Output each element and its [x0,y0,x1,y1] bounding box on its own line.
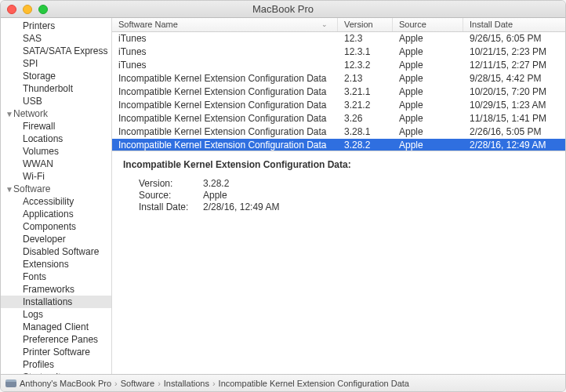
sidebar-group-label: Software [13,183,50,194]
detail-label-source: Source: [139,190,203,201]
cell-name: Incompatible Kernel Extension Configurat… [112,73,338,84]
cell-name: Incompatible Kernel Extension Configurat… [112,113,338,124]
chevron-right-icon: › [114,379,118,388]
sidebar-item[interactable]: Frameworks [1,283,111,296]
sidebar-item[interactable]: Volumes [1,145,111,158]
sidebar-item[interactable]: Applications [1,208,111,220]
column-header-version[interactable]: Version [338,18,393,31]
sidebar[interactable]: PrintersSASSATA/SATA ExpressSPIStorageTh… [1,18,112,374]
sidebar-item[interactable]: SAS [1,32,111,45]
cell-name: iTunes [112,33,338,44]
pathbar-segment[interactable]: Anthony's MacBook Pro [20,379,111,388]
sidebar-item[interactable]: Logs [1,308,111,321]
cell-date: 2/26/16, 5:05 PM [463,126,565,137]
cell-version: 12.3.2 [338,60,393,71]
table-row[interactable]: Incompatible Kernel Extension Configurat… [112,139,565,151]
chevron-right-icon: › [158,379,161,388]
detail-label-install-date: Install Date: [139,201,203,212]
cell-version: 3.28.2 [338,140,393,151]
sidebar-item[interactable]: Managed Client [1,321,111,333]
cell-name: iTunes [112,60,338,71]
laptop-icon [5,379,16,387]
sidebar-item[interactable]: Printers [1,20,111,32]
cell-date: 2/28/16, 12:49 AM [463,140,565,151]
cell-name: Incompatible Kernel Extension Configurat… [112,140,338,151]
sidebar-item[interactable]: Installations [1,296,111,308]
cell-name: Incompatible Kernel Extension Configurat… [112,126,338,137]
detail-title: Incompatible Kernel Extension Configurat… [123,159,554,170]
sidebar-item[interactable]: Storage [1,70,111,82]
detail-value-source: Apple [203,190,554,201]
pathbar-segment[interactable]: Software [121,379,154,388]
cell-date: 9/26/15, 6:05 PM [463,33,565,44]
table-header: Software Name ⌄ Version Source Install D… [112,18,565,32]
disclosure-triangle-icon[interactable]: ▼ [5,110,13,118]
cell-source: Apple [393,86,463,97]
sidebar-item[interactable]: Fonts [1,270,111,283]
sidebar-item[interactable]: Locations [1,132,111,145]
table-body[interactable]: iTunes12.3Apple9/26/15, 6:05 PMiTunes12.… [112,32,565,151]
table-row[interactable]: iTunes12.3.2Apple12/11/15, 2:27 PM [112,59,565,72]
sidebar-item[interactable]: SATA/SATA Express [1,45,111,57]
cell-version: 3.21.2 [338,100,393,111]
cell-source: Apple [393,46,463,57]
cell-version: 12.3.1 [338,46,393,57]
sidebar-item[interactable]: Components [1,220,111,233]
chevron-right-icon: › [212,379,216,388]
sidebar-item[interactable]: Firewall [1,120,111,132]
table-row[interactable]: Incompatible Kernel Extension Configurat… [112,72,565,85]
sidebar-item[interactable]: USB [1,95,111,107]
table-row[interactable]: iTunes12.3.1Apple10/21/15, 2:23 PM [112,45,565,59]
table-row[interactable]: iTunes12.3Apple9/26/15, 6:05 PM [112,32,565,45]
cell-name: Incompatible Kernel Extension Configurat… [112,100,338,111]
cell-name: iTunes [112,46,338,57]
sidebar-item[interactable]: Profiles [1,358,111,371]
sidebar-item[interactable]: Wi-Fi [1,170,111,183]
cell-date: 11/18/15, 1:41 PM [463,113,565,124]
detail-value-version: 3.28.2 [203,178,554,189]
pathbar-segment[interactable]: Incompatible Kernel Extension Configurat… [219,379,409,388]
content: Software Name ⌄ Version Source Install D… [112,18,565,374]
detail-value-install-date: 2/28/16, 12:49 AM [203,201,554,212]
table-row[interactable]: Incompatible Kernel Extension Configurat… [112,125,565,139]
cell-source: Apple [393,33,463,44]
table-row[interactable]: Incompatible Kernel Extension Configurat… [112,99,565,112]
sidebar-item[interactable]: Thunderbolt [1,82,111,95]
column-header-name[interactable]: Software Name ⌄ [112,18,338,31]
sidebar-group-header[interactable]: ▼ Network [1,107,111,120]
sidebar-item[interactable]: Preference Panes [1,333,111,346]
table-row[interactable]: Incompatible Kernel Extension Configurat… [112,112,565,125]
cell-source: Apple [393,140,463,151]
chevron-down-icon: ⌄ [321,20,328,28]
sidebar-item[interactable]: Developer [1,233,111,245]
sidebar-item[interactable]: Accessibility [1,195,111,208]
cell-source: Apple [393,60,463,71]
cell-name: Incompatible Kernel Extension Configurat… [112,86,338,97]
sidebar-item[interactable]: Extensions [1,258,111,270]
column-header-date[interactable]: Install Date [463,18,565,31]
cell-source: Apple [393,100,463,111]
sidebar-group-header[interactable]: ▼ Software [1,183,111,195]
detail-label-version: Version: [139,178,203,189]
sidebar-item[interactable]: Printer Software [1,346,111,358]
table-row[interactable]: Incompatible Kernel Extension Configurat… [112,85,565,99]
pathbar-segment[interactable]: Installations [164,379,209,388]
sidebar-item[interactable]: SPI [1,57,111,70]
cell-version: 3.21.1 [338,86,393,97]
cell-date: 10/20/15, 7:20 PM [463,86,565,97]
cell-date: 10/29/15, 1:23 AM [463,100,565,111]
titlebar: MacBook Pro [1,1,565,18]
cell-source: Apple [393,113,463,124]
sidebar-group-label: Network [13,108,48,119]
cell-date: 10/21/15, 2:23 PM [463,46,565,57]
sidebar-item[interactable]: Disabled Software [1,245,111,258]
sidebar-item[interactable]: WWAN [1,158,111,170]
cell-source: Apple [393,73,463,84]
cell-date: 9/28/15, 4:42 PM [463,73,565,84]
detail-pane: Incompatible Kernel Extension Configurat… [112,151,565,374]
column-header-source[interactable]: Source [393,18,463,31]
disclosure-triangle-icon[interactable]: ▼ [5,185,13,194]
cell-version: 3.28.1 [338,126,393,137]
cell-version: 2.13 [338,73,393,84]
cell-version: 3.26 [338,113,393,124]
